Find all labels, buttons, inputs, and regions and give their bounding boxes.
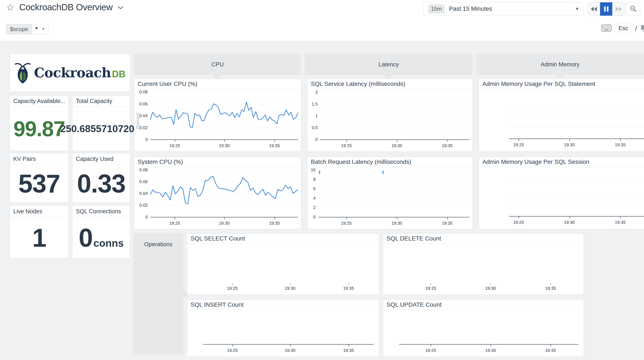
slash-hint: / [635,24,637,32]
chevron-down-icon[interactable] [117,5,124,11]
stat-title: Live Nodes [10,206,68,217]
chart-plot: 19:2519:3019:35 [479,89,644,151]
time-range-picker[interactable]: 15m Past 15 Minutes ▼ [424,2,584,15]
chart-tile-sql-select-count[interactable]: SQL SELECT Count 19:2519:3019:35 [187,233,379,295]
group-label: CPU [212,61,224,68]
chart-plot: 19:2519:3019:35 [383,310,584,357]
line-series [150,92,298,139]
chart-tile-batch-request-latency[interactable]: Batch Request Latency (milliseconds) 024… [307,157,473,229]
chart-tile-sql-update-count[interactable]: SQL UPDATE Count 19:2519:3019:35 [383,300,584,357]
pause-button[interactable] [600,2,612,16]
logo-brand-text: Cockroach [34,65,111,80]
stat-tile-capacity-used[interactable]: Capacity Used 0.33 [72,153,130,203]
logo-db-text: DB [112,69,126,79]
magnifier-minus-icon [630,5,637,13]
stat-value: 250.6855710720 [60,123,134,134]
time-range-label: Past 15 Minutes [449,5,575,12]
stat-value: 1 [32,223,46,253]
chart-title: Batch Request Latency (milliseconds) [308,157,472,167]
chart-title: SQL Service Latency (milliseconds) [308,79,472,89]
chart-title: SQL DELETE Count [383,234,584,244]
stat-tile-capacity-available[interactable]: Capacity Available... 99.87 [10,95,68,151]
stat-unit: conns [94,237,124,249]
line-series [150,170,298,217]
playback-controls [588,2,625,16]
dropdown-caret-icon: ▼ [575,6,579,11]
cockroachdb-logo-tile[interactable]: CockroachDB [10,53,130,92]
stat-tile-total-capacity[interactable]: Total Capacity 250.6855710720 GB [72,95,130,151]
stat-title: Capacity Used [72,153,130,165]
group-banner-cpu[interactable]: CPU [134,53,301,75]
chart-title: SQL UPDATE Count [383,300,584,310]
chart-tile-admin-memory-session[interactable]: Admin Memory Usage Per SQL Session 19:25… [479,157,644,229]
time-range-badge: 15m [428,4,445,13]
stat-value: 537 [18,169,60,198]
group-banner-latency[interactable]: Latency [305,53,473,75]
chart-tile-admin-memory-statement[interactable]: Admin Memory Usage Per SQL Statement 19:… [479,79,644,152]
stat-tile-sql-connections[interactable]: SQL Connections 0 conns [72,206,130,259]
shortcut-hints: Esc / [602,23,644,34]
chart-plot: 19:2519:3019:35 [479,167,644,229]
stat-title: Capacity Available... [10,95,68,107]
group-banner-operations[interactable]: Operations [133,233,183,355]
template-variable-value: * [35,26,38,32]
chart-title: Admin Memory Usage Per SQL Statement [479,79,644,89]
chart-plot: 19:2519:3019:35 [187,244,379,295]
chart-title: Admin Memory Usage Per SQL Session [479,157,644,167]
template-variable-scope[interactable]: $scope * ▼ [6,24,49,34]
stat-value: 99.87 [13,116,65,141]
chart-tile-sql-delete-count[interactable]: SQL DELETE Count 19:2519:3019:35 [383,233,584,295]
chart-tile-sql-insert-count[interactable]: SQL INSERT Count 19:2519:3019:35 [187,300,379,357]
keyboard-icon[interactable] [602,25,612,32]
stat-tile-live-nodes[interactable]: Live Nodes 1 [10,206,68,259]
stat-value: 0.33 [77,169,126,198]
chart-title: SQL INSERT Count [187,300,379,310]
fast-forward-icon [614,6,622,12]
chart-plot: 024681019:2519:3019:35 [308,167,472,229]
chart-title: Current User CPU (%) [134,79,301,89]
zoom-out-button[interactable] [626,2,640,16]
header: ☆ CockroachDB Overview [6,2,124,12]
stat-title: KV Pairs [10,153,68,165]
page-title: CockroachDB Overview [19,2,112,12]
group-label: Latency [378,61,399,68]
stat-value: 0 [79,223,92,253]
chart-title: SQL SELECT Count [187,234,379,244]
group-label: Admin Memory [541,61,580,68]
chart-tile-sql-service-latency[interactable]: SQL Service Latency (milliseconds) 00.51… [307,79,473,152]
chart-tile-current-user-cpu[interactable]: Current User CPU (%) 00.020.040.060.0819… [134,79,301,152]
template-variable-name: $scope [6,24,32,34]
stat-title: SQL Connections [72,206,130,217]
chart-plot: 00.020.040.060.0819:2519:3019:35 [134,167,301,229]
star-icon[interactable]: ☆ [6,2,14,12]
rewind-icon [590,6,598,12]
esc-key-hint: Esc [615,23,632,34]
chart-plot: 00.511.5219:2519:3019:35 [308,89,472,151]
chart-plot: 19:2519:3019:35 [187,310,379,357]
chart-plot: 19:2519:3019:35 [383,244,584,295]
stat-tile-kv-pairs[interactable]: KV Pairs 537 [10,153,68,203]
dropdown-caret-icon: ▼ [42,27,45,31]
chart-plot: 00.020.040.060.0819:2519:3019:35Percent [134,89,301,151]
dashboard-page: ☆ CockroachDB Overview 15m Past 15 Minut… [0,0,644,360]
group-banner-admin-memory[interactable]: Admin Memory [476,53,644,75]
tv-mode-icon[interactable] [640,24,644,32]
stat-title: Total Capacity [72,95,130,107]
rewind-button[interactable] [588,2,600,16]
group-label: Operations [144,241,172,248]
pause-icon [604,6,609,12]
fast-forward-button[interactable] [612,2,624,16]
chart-title: System CPU (%) [134,157,301,167]
chart-tile-system-cpu[interactable]: System CPU (%) 00.020.040.060.0819:2519:… [134,157,301,229]
cockroach-bug-icon [14,61,31,84]
